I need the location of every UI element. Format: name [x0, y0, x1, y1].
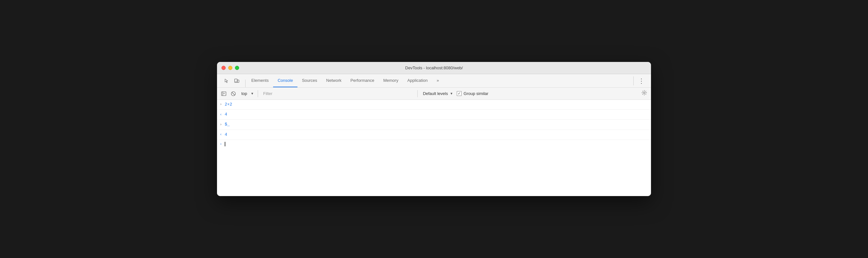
svg-rect-3: [221, 92, 226, 96]
more-options-button[interactable]: ⋮: [636, 76, 646, 86]
toolbar-separator-1: [258, 90, 258, 97]
console-row: › 2+2: [217, 100, 651, 110]
tab-elements[interactable]: Elements: [247, 74, 273, 87]
maximize-button[interactable]: [235, 66, 239, 70]
arrow-right-icon: ›: [220, 102, 222, 107]
group-similar-checkbox[interactable]: [457, 91, 462, 96]
arrow-left-icon: ‹: [220, 112, 222, 117]
svg-point-8: [644, 92, 645, 94]
levels-arrow-icon: ▼: [450, 92, 453, 95]
console-row: ‹ 4: [217, 110, 651, 120]
prompt-arrow-icon: ›: [220, 142, 222, 146]
expand-arrow[interactable]: ›: [217, 122, 225, 127]
group-similar-label: Group similar: [464, 91, 488, 96]
clear-console-button[interactable]: [229, 89, 238, 98]
gear-icon: [641, 90, 647, 96]
tab-application[interactable]: Application: [403, 74, 432, 87]
console-result: 4: [225, 112, 227, 117]
tab-console[interactable]: Console: [273, 74, 298, 87]
return-arrow: ‹: [217, 132, 225, 137]
tab-bar: Elements Console Sources Network Perform…: [217, 74, 651, 88]
sidebar-toggle-button[interactable]: [220, 89, 228, 98]
device-toolbar-button[interactable]: [232, 76, 241, 85]
return-arrow: ‹: [217, 112, 225, 117]
traffic-lights: [221, 66, 239, 70]
tab-sources[interactable]: Sources: [298, 74, 322, 87]
tab-bar-right: ⋮: [631, 76, 648, 86]
tab-network[interactable]: Network: [322, 74, 346, 87]
device-icon: [234, 78, 240, 83]
minimize-button[interactable]: [228, 66, 232, 70]
expand-arrow[interactable]: ›: [217, 102, 225, 107]
settings-button[interactable]: [640, 89, 648, 98]
clear-icon: [231, 91, 236, 96]
cursor-icon: [224, 78, 229, 83]
inspect-element-button[interactable]: [222, 76, 231, 85]
cursor: [225, 142, 225, 146]
svg-rect-1: [238, 80, 239, 83]
context-selector[interactable]: top ▼: [239, 90, 255, 97]
tabs-container: Elements Console Sources Network Perform…: [247, 74, 631, 87]
default-levels-label: Default levels: [423, 91, 448, 96]
arrow-right-icon: ›: [220, 122, 222, 127]
console-content: › 2+2 ‹ 4 › $_ ‹ 4 ›: [217, 100, 651, 196]
console-row: ‹ 4: [217, 130, 651, 140]
group-similar-control[interactable]: Group similar: [457, 91, 488, 96]
arrow-left-icon: ‹: [220, 132, 222, 137]
default-levels-button[interactable]: Default levels ▼: [420, 90, 456, 97]
window-title: DevTools - localhost:8080/web/: [405, 65, 463, 70]
sidebar-icon: [221, 91, 226, 96]
svg-line-7: [232, 92, 235, 95]
filter-input[interactable]: [260, 90, 415, 97]
right-divider: [633, 76, 634, 85]
console-result: 4: [225, 132, 227, 138]
console-input-row: ›: [217, 140, 651, 148]
tab-memory[interactable]: Memory: [379, 74, 403, 87]
tab-divider: [245, 80, 246, 87]
more-tabs-button[interactable]: »: [432, 74, 443, 87]
devtools-window: DevTools - localhost:8080/web/ Elem: [217, 62, 651, 196]
context-select-input[interactable]: top: [239, 90, 255, 97]
console-expression: 2+2: [225, 102, 232, 108]
title-bar: DevTools - localhost:8080/web/: [217, 62, 651, 74]
svg-marker-5: [223, 93, 224, 94]
input-prompt: ›: [217, 142, 225, 146]
toolbar-icons: [220, 74, 244, 87]
console-row: › $_: [217, 120, 651, 130]
close-button[interactable]: [221, 66, 226, 70]
console-toolbar: top ▼ Default levels ▼ Group similar: [217, 88, 651, 100]
tab-performance[interactable]: Performance: [346, 74, 378, 87]
console-expression: $_: [225, 122, 230, 127]
